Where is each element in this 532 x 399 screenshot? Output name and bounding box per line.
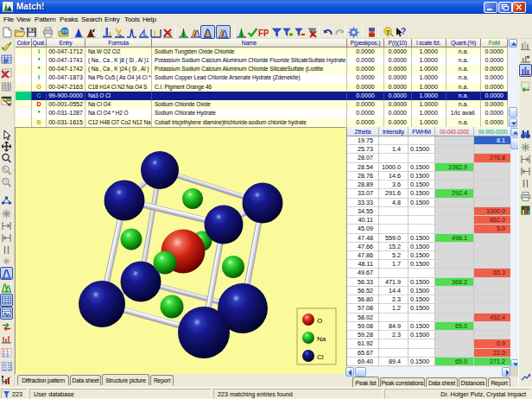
svg-text:O: O [317, 317, 322, 325]
svg-text:Cl: Cl [317, 353, 324, 361]
svg-text:#: # [3, 57, 8, 66]
svg-text:Na: Na [317, 335, 326, 343]
svg-text:?: ? [4, 179, 8, 185]
svg-text:5 8: 5 8 [3, 352, 9, 358]
svg-text:?: ? [385, 28, 390, 36]
svg-text:12-23: 12-23 [3, 367, 13, 371]
svg-text:?: ? [401, 27, 406, 36]
